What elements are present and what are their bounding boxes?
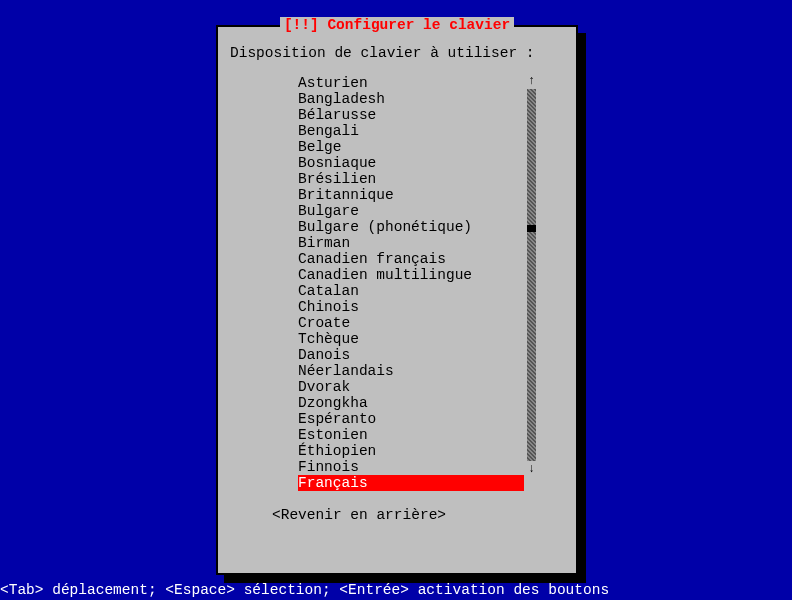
list-item[interactable]: Danois: [298, 347, 524, 363]
scroll-down-icon[interactable]: ↓: [527, 463, 536, 475]
prompt-label: Disposition de clavier à utiliser :: [230, 45, 566, 61]
list-item[interactable]: Dvorak: [298, 379, 524, 395]
list-item[interactable]: Tchèque: [298, 331, 524, 347]
list-item[interactable]: Bosniaque: [298, 155, 524, 171]
list-item[interactable]: Finnois: [298, 459, 524, 475]
scrollbar-thumb[interactable]: [527, 225, 536, 232]
list-item[interactable]: Dzongkha: [298, 395, 524, 411]
list-item[interactable]: Birman: [298, 235, 524, 251]
list-item[interactable]: Français: [298, 475, 524, 491]
list-item[interactable]: Catalan: [298, 283, 524, 299]
scrollbar[interactable]: ↑ ↓: [527, 75, 536, 491]
keyboard-config-dialog: [!!] Configurer le clavier Disposition d…: [216, 25, 578, 575]
layout-list[interactable]: AsturienBangladeshBélarusseBengaliBelgeB…: [298, 75, 524, 491]
list-item[interactable]: Canadien multilingue: [298, 267, 524, 283]
scroll-up-icon[interactable]: ↑: [527, 75, 536, 87]
list-item[interactable]: Éthiopien: [298, 443, 524, 459]
list-item[interactable]: Brésilien: [298, 171, 524, 187]
list-item[interactable]: Chinois: [298, 299, 524, 315]
list-item[interactable]: Asturien: [298, 75, 524, 91]
footer-help: <Tab> déplacement; <Espace> sélection; <…: [0, 582, 609, 598]
list-item[interactable]: Espéranto: [298, 411, 524, 427]
list-item[interactable]: Bengali: [298, 123, 524, 139]
list-item[interactable]: Canadien français: [298, 251, 524, 267]
back-button[interactable]: <Revenir en arrière>: [272, 507, 566, 523]
list-item[interactable]: Estonien: [298, 427, 524, 443]
list-item[interactable]: Belge: [298, 139, 524, 155]
list-item[interactable]: Britannique: [298, 187, 524, 203]
list-item[interactable]: Bulgare: [298, 203, 524, 219]
scrollbar-track[interactable]: [527, 89, 536, 461]
list-item[interactable]: Croate: [298, 315, 524, 331]
list-item[interactable]: Bulgare (phonétique): [298, 219, 524, 235]
list-item[interactable]: Néerlandais: [298, 363, 524, 379]
list-item[interactable]: Bélarusse: [298, 107, 524, 123]
list-item[interactable]: Bangladesh: [298, 91, 524, 107]
